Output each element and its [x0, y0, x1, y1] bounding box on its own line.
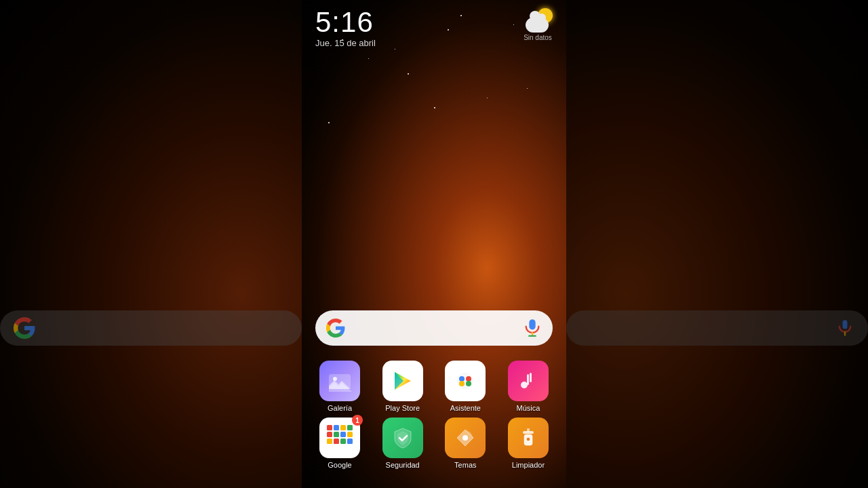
svg-rect-31 [527, 428, 530, 432]
playstore-icon [382, 361, 423, 401]
svg-rect-18 [347, 425, 353, 430]
svg-rect-17 [340, 425, 346, 430]
cloud-icon [526, 18, 549, 33]
seguridad-label: Seguridad [386, 461, 420, 469]
svg-rect-20 [334, 432, 339, 437]
svg-point-30 [526, 437, 530, 441]
weather-icon [523, 8, 553, 33]
svg-rect-15 [327, 425, 332, 430]
google-search-bar[interactable] [315, 310, 553, 346]
date: Jue. 15 de abril [315, 38, 376, 48]
musica-icon [508, 361, 549, 401]
app-temas[interactable]: Temas [441, 418, 490, 469]
musica-label: Música [517, 404, 540, 412]
seguridad-icon [382, 418, 423, 458]
microphone-icon[interactable] [523, 319, 542, 338]
limpiador-icon [508, 418, 549, 458]
asistente-icon [445, 361, 486, 401]
playstore-label: Play Store [385, 404, 420, 412]
right-background [566, 0, 868, 488]
phone-screen: 5:16 Jue. 15 de abril Sin datos [302, 0, 566, 488]
app-musica[interactable]: Música [504, 361, 553, 412]
svg-rect-2 [529, 319, 535, 329]
clock: 5:16 [315, 8, 376, 37]
svg-rect-14 [530, 373, 532, 382]
svg-point-27 [462, 435, 468, 441]
temas-icon [445, 418, 486, 458]
app-grid: Galería [315, 361, 553, 474]
svg-rect-26 [347, 439, 353, 444]
app-playstore[interactable]: Play Store [378, 361, 427, 412]
google-app-icon: 1 [319, 418, 360, 458]
svg-point-12 [521, 382, 528, 388]
app-asistente[interactable]: Asistente [441, 361, 490, 412]
app-google[interactable]: 1 [315, 418, 364, 469]
asistente-label: Asistente [450, 404, 481, 412]
svg-point-8 [459, 376, 465, 382]
search-bar-right-reflection [566, 310, 868, 346]
weather-widget[interactable]: Sin datos [523, 8, 553, 41]
svg-point-11 [466, 381, 471, 386]
galeria-label: Galería [328, 404, 352, 412]
svg-rect-19 [327, 432, 332, 437]
time-block: 5:16 Jue. 15 de abril [315, 8, 376, 48]
google-label: Google [328, 461, 351, 469]
app-galeria[interactable]: Galería [315, 361, 364, 412]
svg-rect-16 [334, 425, 339, 430]
app-seguridad[interactable]: Seguridad [378, 418, 427, 469]
app-row-1: Galería [315, 361, 553, 412]
status-bar: 5:16 Jue. 15 de abril Sin datos [302, 0, 566, 51]
weather-label: Sin datos [524, 34, 552, 41]
svg-rect-22 [347, 432, 353, 437]
svg-point-10 [459, 381, 465, 386]
svg-rect-23 [327, 439, 332, 444]
svg-rect-0 [843, 320, 848, 329]
svg-rect-25 [340, 439, 346, 444]
svg-point-7 [457, 373, 473, 389]
google-badge: 1 [352, 415, 363, 426]
app-row-2: 1 [315, 418, 553, 469]
google-logo [326, 319, 345, 338]
svg-rect-13 [527, 374, 529, 385]
svg-rect-24 [334, 439, 339, 444]
svg-rect-21 [340, 432, 346, 437]
search-bar-left-reflection [0, 310, 302, 346]
svg-point-6 [333, 377, 337, 381]
galeria-icon [319, 361, 360, 401]
left-background [0, 0, 302, 488]
svg-point-9 [466, 376, 471, 382]
limpiador-label: Limpiador [512, 461, 545, 469]
app-limpiador[interactable]: Limpiador [504, 418, 553, 469]
temas-label: Temas [454, 461, 476, 469]
